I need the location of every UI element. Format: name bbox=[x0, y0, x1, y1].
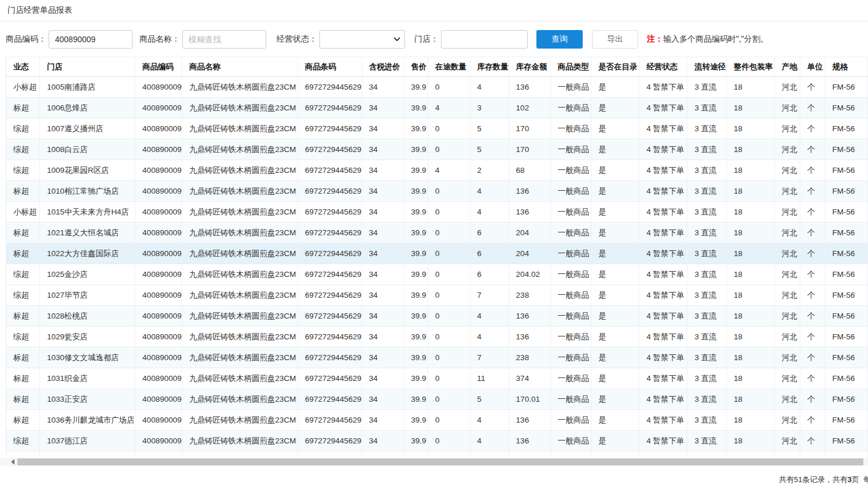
table-cell: 是 bbox=[591, 223, 639, 243]
table-cell: 1025金沙店 bbox=[40, 264, 135, 285]
table-cell: 3 bbox=[470, 98, 509, 119]
table-cell: FM-56 bbox=[825, 285, 868, 306]
table-cell: 一般商品 bbox=[550, 98, 591, 119]
table-cell: 九鼎铸匠铸铁木柄圆煎盘23CM bbox=[182, 139, 297, 160]
table-cell: 6 bbox=[470, 223, 509, 243]
table-cell: 6972729445629 bbox=[297, 243, 362, 264]
table-cell: 4 暂禁下单 bbox=[639, 327, 687, 347]
table-cell: 0 bbox=[428, 306, 470, 327]
table-cell: FM-56 bbox=[825, 410, 868, 431]
table-cell: 4 暂禁下单 bbox=[639, 98, 687, 119]
table-row[interactable]: 综超1027毕节店400890009九鼎铸匠铸铁木柄圆煎盘23CM6972729… bbox=[6, 285, 868, 306]
table-row[interactable]: 标超1036务川麒龙城市广场店400890009九鼎铸匠铸铁木柄圆煎盘23CM6… bbox=[6, 410, 868, 431]
table-cell: 一般商品 bbox=[550, 410, 591, 431]
table-cell: 136 bbox=[509, 327, 550, 347]
table-cell: 九鼎铸匠铸铁木柄圆煎盘23CM bbox=[182, 119, 297, 139]
table-cell: 是 bbox=[591, 181, 639, 202]
table-cell: 是 bbox=[591, 243, 639, 264]
export-button[interactable]: 导出 bbox=[592, 30, 638, 49]
table-cell: 7 bbox=[470, 285, 509, 306]
table-cell: 九鼎铸匠铸铁木柄圆煎盘23CM bbox=[182, 285, 297, 306]
table-cell bbox=[639, 451, 687, 458]
table-row[interactable]: 综超1037德江店400890009九鼎铸匠铸铁木柄圆煎盘23CM6972729… bbox=[6, 431, 868, 451]
table-cell: 6972729445629 bbox=[297, 139, 362, 160]
table-cell: 综超 bbox=[6, 139, 40, 160]
table-cell: FM-56 bbox=[825, 368, 868, 389]
table-cell: 3 直流 bbox=[687, 202, 727, 223]
status-label: 经营状态： bbox=[277, 34, 317, 45]
column-header-9: 库存金额 bbox=[509, 57, 550, 77]
table-cell: 河北 bbox=[774, 119, 800, 139]
table-row[interactable]: 标超1021遵义大恒名城店400890009九鼎铸匠铸铁木柄圆煎盘23CM697… bbox=[6, 223, 868, 243]
column-header-16: 单位 bbox=[800, 57, 825, 77]
status-select[interactable] bbox=[319, 30, 405, 49]
table-cell: 1009花果园R区店 bbox=[40, 160, 135, 181]
table-cell: 6972729445629 bbox=[297, 98, 362, 119]
table-row[interactable]: 标超1028松桃店400890009九鼎铸匠铸铁木柄圆煎盘23CM6972729… bbox=[6, 306, 868, 327]
table-cell: 6972729445629 bbox=[297, 431, 362, 451]
table-cell: 一般商品 bbox=[550, 202, 591, 223]
table-cell: 1036务川麒龙城市广场店 bbox=[40, 410, 135, 431]
table-cell: 39.9 bbox=[404, 431, 428, 451]
table-cell: 6972729445629 bbox=[297, 327, 362, 347]
table-cell: 39.9 bbox=[404, 119, 428, 139]
query-button[interactable]: 查询 bbox=[536, 30, 583, 49]
product-name-input[interactable] bbox=[182, 30, 266, 49]
scrollbar-thumb[interactable] bbox=[17, 458, 863, 465]
table-cell: 九鼎铸匠铸铁木柄圆煎盘23CM bbox=[182, 306, 297, 327]
table-row[interactable]: 标超1031织金店400890009九鼎铸匠铸铁木柄圆煎盘23CM6972729… bbox=[6, 368, 868, 389]
table-row[interactable]: 综超1025金沙店400890009九鼎铸匠铸铁木柄圆煎盘23CM6972729… bbox=[6, 264, 868, 285]
table-row[interactable]: 小标超1005南浦路店400890009九鼎铸匠铸铁木柄圆煎盘23CM69727… bbox=[6, 77, 868, 98]
table-cell: 是 bbox=[591, 160, 639, 181]
table-cell: 河北 bbox=[774, 202, 800, 223]
table-cell: 1022大方佳鑫国际店 bbox=[40, 243, 135, 264]
table-row[interactable]: 标超1030修文文城逸都店400890009九鼎铸匠铸铁木柄圆煎盘23CM697… bbox=[6, 347, 868, 368]
table-cell: 标超 bbox=[6, 410, 40, 431]
table-row[interactable]: 标超1033正安店400890009九鼎铸匠铸铁木柄圆煎盘23CM6972729… bbox=[6, 389, 868, 410]
table-cell: 个 bbox=[800, 160, 825, 181]
store-input[interactable] bbox=[441, 30, 528, 49]
table-cell: 400890009 bbox=[135, 306, 182, 327]
table-row[interactable]: 综超1007遵义播州店400890009九鼎铸匠铸铁木柄圆煎盘23CM69727… bbox=[6, 119, 868, 139]
table-cell: 河北 bbox=[774, 181, 800, 202]
table-cell: 0 bbox=[428, 410, 470, 431]
table-cell: FM-56 bbox=[825, 223, 868, 243]
table-cell: FM-56 bbox=[825, 347, 868, 368]
note-body: 输入多个商品编码时","分割。 bbox=[663, 34, 768, 43]
table-cell: 0 bbox=[428, 327, 470, 347]
table-cell: 1010榕江常驰广场店 bbox=[40, 181, 135, 202]
table-row[interactable]: 标超1010榕江常驰广场店400890009九鼎铸匠铸铁木柄圆煎盘23CM697… bbox=[6, 181, 868, 202]
table-cell: 238 bbox=[509, 285, 550, 306]
table-row[interactable]: 标超1006息烽店400890009九鼎铸匠铸铁木柄圆煎盘23CM6972729… bbox=[6, 98, 868, 119]
table-cell: 一般商品 bbox=[550, 306, 591, 327]
table-cell: 河北 bbox=[774, 285, 800, 306]
horizontal-scrollbar[interactable] bbox=[0, 458, 868, 466]
table-row[interactable]: 综超1009花果园R区店400890009九鼎铸匠铸铁木柄圆煎盘23CM6972… bbox=[6, 160, 868, 181]
table-cell: 是 bbox=[591, 264, 639, 285]
table-cell: 68 bbox=[509, 160, 550, 181]
table-cell: 3 直流 bbox=[687, 98, 727, 119]
table-cell: 0 bbox=[428, 431, 470, 451]
table-cell: 34 bbox=[362, 119, 404, 139]
table-cell: 个 bbox=[800, 119, 825, 139]
table-row[interactable]: 综超1008白云店400890009九鼎铸匠铸铁木柄圆煎盘23CM6972729… bbox=[6, 139, 868, 160]
note-prefix: 注： bbox=[647, 34, 663, 43]
scroll-left-arrow-icon[interactable] bbox=[8, 458, 17, 466]
table-cell: 3 直流 bbox=[687, 77, 727, 98]
table-cell: 河北 bbox=[774, 368, 800, 389]
record-summary-trailing: 每 bbox=[863, 475, 868, 484]
table-cell: 136 bbox=[509, 431, 550, 451]
table-cell: 102 bbox=[509, 98, 550, 119]
table-cell: 4 暂禁下单 bbox=[639, 119, 687, 139]
table-row[interactable]: 小标超1015中天未来方舟H4店400890009九鼎铸匠铸铁木柄圆煎盘23CM… bbox=[6, 202, 868, 223]
product-code-input[interactable] bbox=[49, 30, 133, 49]
table-cell: 136 bbox=[509, 202, 550, 223]
table-cell: 39.9 bbox=[404, 389, 428, 410]
table-cell: 0 bbox=[428, 181, 470, 202]
table-row[interactable]: 综超1029瓮安店400890009九鼎铸匠铸铁木柄圆煎盘23CM6972729… bbox=[6, 327, 868, 347]
table-cell: 一般商品 bbox=[550, 181, 591, 202]
table-row[interactable]: 标超1022大方佳鑫国际店400890009九鼎铸匠铸铁木柄圆煎盘23CM697… bbox=[6, 243, 868, 264]
report-table-container: 业态门店商品编码商品名称商品条码含税进价售价在途数量库存数量库存金额商品类型是否… bbox=[6, 57, 868, 458]
table-cell: 1031织金店 bbox=[40, 368, 135, 389]
table-cell: 九鼎铸匠铸铁木柄圆煎盘23CM bbox=[182, 368, 297, 389]
